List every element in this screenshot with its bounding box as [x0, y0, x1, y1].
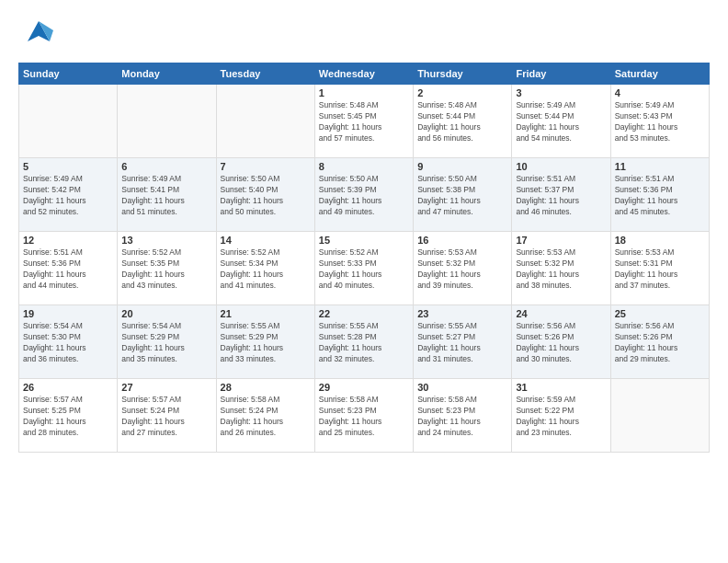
- day-info: Sunrise: 5:51 AM Sunset: 5:36 PM Dayligh…: [615, 174, 705, 218]
- day-header-wednesday: Wednesday: [314, 63, 413, 85]
- calendar-cell: 14Sunrise: 5:52 AM Sunset: 5:34 PM Dayli…: [216, 232, 314, 305]
- day-number: 21: [221, 308, 311, 319]
- day-info: Sunrise: 5:52 AM Sunset: 5:35 PM Dayligh…: [121, 247, 211, 292]
- day-number: 14: [221, 235, 311, 246]
- day-number: 28: [221, 382, 311, 393]
- day-number: 24: [516, 308, 606, 319]
- calendar-cell: 28Sunrise: 5:58 AM Sunset: 5:24 PM Dayli…: [216, 379, 314, 453]
- day-header-sunday: Sunday: [19, 63, 118, 85]
- day-info: Sunrise: 5:54 AM Sunset: 5:29 PM Dayligh…: [121, 321, 211, 365]
- logo: [18, 14, 63, 53]
- page-container: SundayMondayTuesdayWednesdayThursdayFrid…: [0, 0, 728, 563]
- day-info: Sunrise: 5:56 AM Sunset: 5:26 PM Dayligh…: [516, 321, 606, 365]
- calendar-cell: 4Sunrise: 5:49 AM Sunset: 5:43 PM Daylig…: [610, 85, 709, 158]
- calendar-cell: 15Sunrise: 5:52 AM Sunset: 5:33 PM Dayli…: [314, 232, 413, 305]
- calendar-cell: 17Sunrise: 5:53 AM Sunset: 5:32 PM Dayli…: [512, 232, 610, 305]
- calendar-cell: 30Sunrise: 5:58 AM Sunset: 5:23 PM Dayli…: [414, 379, 512, 453]
- logo-bird-icon: [18, 14, 60, 53]
- calendar-cell: 20Sunrise: 5:54 AM Sunset: 5:29 PM Dayli…: [118, 305, 216, 379]
- calendar-cell: 8Sunrise: 5:50 AM Sunset: 5:39 PM Daylig…: [314, 158, 413, 232]
- day-info: Sunrise: 5:53 AM Sunset: 5:32 PM Dayligh…: [516, 247, 606, 292]
- day-number: 12: [23, 235, 113, 246]
- day-number: 20: [121, 308, 211, 319]
- day-number: 22: [319, 308, 409, 319]
- calendar-cell: 21Sunrise: 5:55 AM Sunset: 5:29 PM Dayli…: [216, 305, 314, 379]
- day-info: Sunrise: 5:58 AM Sunset: 5:23 PM Dayligh…: [319, 395, 409, 439]
- calendar-week-row: 1Sunrise: 5:48 AM Sunset: 5:45 PM Daylig…: [19, 85, 710, 158]
- day-info: Sunrise: 5:52 AM Sunset: 5:34 PM Dayligh…: [221, 247, 311, 292]
- day-number: 7: [221, 161, 311, 172]
- day-info: Sunrise: 5:49 AM Sunset: 5:42 PM Dayligh…: [23, 174, 113, 218]
- day-number: 5: [23, 161, 113, 172]
- day-info: Sunrise: 5:48 AM Sunset: 5:45 PM Dayligh…: [319, 100, 409, 144]
- day-info: Sunrise: 5:48 AM Sunset: 5:44 PM Dayligh…: [417, 100, 507, 144]
- day-info: Sunrise: 5:51 AM Sunset: 5:37 PM Dayligh…: [516, 174, 606, 218]
- day-number: 23: [417, 308, 507, 319]
- day-info: Sunrise: 5:49 AM Sunset: 5:43 PM Dayligh…: [615, 100, 705, 144]
- day-number: 6: [121, 161, 211, 172]
- day-info: Sunrise: 5:51 AM Sunset: 5:36 PM Dayligh…: [23, 247, 113, 292]
- day-number: 25: [615, 308, 705, 319]
- day-number: 18: [615, 235, 705, 246]
- calendar-cell: 5Sunrise: 5:49 AM Sunset: 5:42 PM Daylig…: [19, 158, 118, 232]
- calendar-cell: 19Sunrise: 5:54 AM Sunset: 5:30 PM Dayli…: [19, 305, 118, 379]
- calendar-cell: 18Sunrise: 5:53 AM Sunset: 5:31 PM Dayli…: [610, 232, 709, 305]
- calendar-week-row: 26Sunrise: 5:57 AM Sunset: 5:25 PM Dayli…: [19, 379, 710, 453]
- calendar-cell: 22Sunrise: 5:55 AM Sunset: 5:28 PM Dayli…: [314, 305, 413, 379]
- calendar-table: SundayMondayTuesdayWednesdayThursdayFrid…: [18, 63, 710, 453]
- day-header-monday: Monday: [118, 63, 216, 85]
- calendar-header-row: SundayMondayTuesdayWednesdayThursdayFrid…: [19, 63, 710, 85]
- day-number: 10: [516, 161, 606, 172]
- day-number: 9: [417, 161, 507, 172]
- calendar-cell: [610, 379, 709, 453]
- calendar-cell: [216, 85, 314, 158]
- day-info: Sunrise: 5:50 AM Sunset: 5:39 PM Dayligh…: [319, 174, 409, 218]
- page-header: [18, 14, 710, 53]
- day-header-thursday: Thursday: [414, 63, 512, 85]
- day-number: 30: [417, 382, 507, 393]
- day-info: Sunrise: 5:57 AM Sunset: 5:24 PM Dayligh…: [121, 395, 211, 439]
- calendar-cell: 9Sunrise: 5:50 AM Sunset: 5:38 PM Daylig…: [414, 158, 512, 232]
- calendar-cell: [19, 85, 118, 158]
- calendar-cell: 16Sunrise: 5:53 AM Sunset: 5:32 PM Dayli…: [414, 232, 512, 305]
- calendar-cell: [118, 85, 216, 158]
- calendar-cell: 25Sunrise: 5:56 AM Sunset: 5:26 PM Dayli…: [610, 305, 709, 379]
- day-number: 26: [23, 382, 113, 393]
- calendar-cell: 23Sunrise: 5:55 AM Sunset: 5:27 PM Dayli…: [414, 305, 512, 379]
- day-number: 31: [516, 382, 606, 393]
- day-number: 4: [615, 87, 705, 98]
- day-info: Sunrise: 5:56 AM Sunset: 5:26 PM Dayligh…: [615, 321, 705, 365]
- day-info: Sunrise: 5:55 AM Sunset: 5:28 PM Dayligh…: [319, 321, 409, 365]
- day-info: Sunrise: 5:49 AM Sunset: 5:41 PM Dayligh…: [121, 174, 211, 218]
- calendar-cell: 3Sunrise: 5:49 AM Sunset: 5:44 PM Daylig…: [512, 85, 610, 158]
- day-info: Sunrise: 5:55 AM Sunset: 5:29 PM Dayligh…: [221, 321, 311, 365]
- calendar-week-row: 19Sunrise: 5:54 AM Sunset: 5:30 PM Dayli…: [19, 305, 710, 379]
- day-info: Sunrise: 5:55 AM Sunset: 5:27 PM Dayligh…: [417, 321, 507, 365]
- calendar-cell: 31Sunrise: 5:59 AM Sunset: 5:22 PM Dayli…: [512, 379, 610, 453]
- day-header-tuesday: Tuesday: [216, 63, 314, 85]
- calendar-cell: 6Sunrise: 5:49 AM Sunset: 5:41 PM Daylig…: [118, 158, 216, 232]
- calendar-cell: 27Sunrise: 5:57 AM Sunset: 5:24 PM Dayli…: [118, 379, 216, 453]
- calendar-cell: 7Sunrise: 5:50 AM Sunset: 5:40 PM Daylig…: [216, 158, 314, 232]
- day-number: 19: [23, 308, 113, 319]
- day-header-friday: Friday: [512, 63, 610, 85]
- day-info: Sunrise: 5:52 AM Sunset: 5:33 PM Dayligh…: [319, 247, 409, 292]
- day-number: 13: [121, 235, 211, 246]
- calendar-week-row: 12Sunrise: 5:51 AM Sunset: 5:36 PM Dayli…: [19, 232, 710, 305]
- day-number: 27: [121, 382, 211, 393]
- day-info: Sunrise: 5:53 AM Sunset: 5:32 PM Dayligh…: [417, 247, 507, 292]
- day-number: 1: [319, 87, 409, 98]
- calendar-cell: 12Sunrise: 5:51 AM Sunset: 5:36 PM Dayli…: [19, 232, 118, 305]
- day-number: 8: [319, 161, 409, 172]
- day-number: 16: [417, 235, 507, 246]
- day-info: Sunrise: 5:57 AM Sunset: 5:25 PM Dayligh…: [23, 395, 113, 439]
- calendar-cell: 29Sunrise: 5:58 AM Sunset: 5:23 PM Dayli…: [314, 379, 413, 453]
- day-info: Sunrise: 5:50 AM Sunset: 5:40 PM Dayligh…: [221, 174, 311, 218]
- day-info: Sunrise: 5:49 AM Sunset: 5:44 PM Dayligh…: [516, 100, 606, 144]
- day-number: 3: [516, 87, 606, 98]
- day-info: Sunrise: 5:59 AM Sunset: 5:22 PM Dayligh…: [516, 395, 606, 439]
- calendar-cell: 24Sunrise: 5:56 AM Sunset: 5:26 PM Dayli…: [512, 305, 610, 379]
- day-info: Sunrise: 5:58 AM Sunset: 5:24 PM Dayligh…: [221, 395, 311, 439]
- calendar-cell: 13Sunrise: 5:52 AM Sunset: 5:35 PM Dayli…: [118, 232, 216, 305]
- day-number: 2: [417, 87, 507, 98]
